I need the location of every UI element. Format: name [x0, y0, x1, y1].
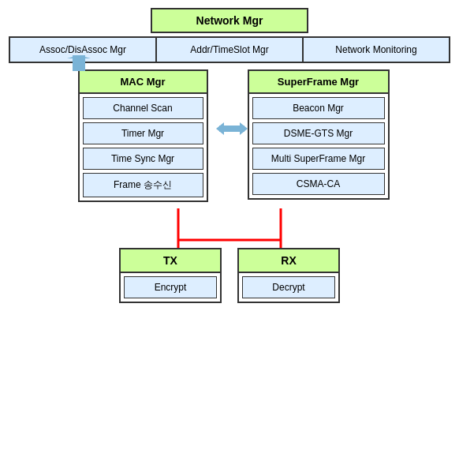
middle-row: MAC Mgr Channel Scan Timer Mgr Time Sync…: [16, 69, 451, 202]
rx-decrypt-item: Decrypt: [242, 276, 335, 298]
tx-block: TX Encrypt: [119, 248, 222, 303]
mac-item-frame: Frame 송수신: [83, 173, 203, 197]
svg-marker-3: [216, 122, 224, 135]
mac-mgr-block: MAC Mgr Channel Scan Timer Mgr Time Sync…: [78, 69, 208, 202]
network-mgr-box: Network Mgr: [151, 8, 308, 33]
tx-header: TX: [121, 249, 220, 273]
mac-item-channel-scan: Channel Scan: [83, 97, 203, 119]
sf-item-beacon: Beacon Mgr: [252, 97, 385, 119]
tx-encrypt-item: Encrypt: [124, 276, 217, 298]
network-mgr-row: Network Mgr: [8, 8, 451, 33]
network-mgr-title: Network Mgr: [196, 14, 263, 27]
rx-block: RX Decrypt: [237, 248, 340, 303]
sf-item-dsme-gts: DSME-GTS Mgr: [252, 122, 385, 144]
network-monitoring: Network Monitoring: [303, 37, 450, 62]
addr-timeslot-mgr: Addr/TimeSlot Mgr: [156, 37, 303, 62]
mac-item-time-sync: Time Sync Mgr: [83, 148, 203, 170]
svg-marker-1: [67, 55, 91, 71]
mac-mgr-items: Channel Scan Timer Mgr Time Sync Mgr Fra…: [80, 94, 207, 201]
mac-superframe-arrow: [216, 117, 248, 141]
superframe-items: Beacon Mgr DSME-GTS Mgr Multi SuperFrame…: [249, 94, 388, 198]
rx-header: RX: [239, 249, 338, 273]
sf-item-csma-ca: CSMA-CA: [252, 173, 385, 195]
sf-item-multi-superframe: Multi SuperFrame Mgr: [252, 148, 385, 170]
mac-mgr-header: MAC Mgr: [80, 71, 207, 94]
diagram: Network Mgr Assoc/DisAssoc Mgr Addr/Time…: [0, 0, 459, 476]
svg-marker-4: [240, 122, 248, 135]
mac-item-timer-mgr: Timer Mgr: [83, 122, 203, 144]
tx-rx-row: TX Encrypt RX Decrypt: [119, 248, 340, 303]
superframe-header: SuperFrame Mgr: [249, 71, 388, 94]
superframe-block: SuperFrame Mgr Beacon Mgr DSME-GTS Mgr M…: [248, 69, 390, 200]
bottom-section: TX Encrypt RX Decrypt: [8, 208, 451, 303]
